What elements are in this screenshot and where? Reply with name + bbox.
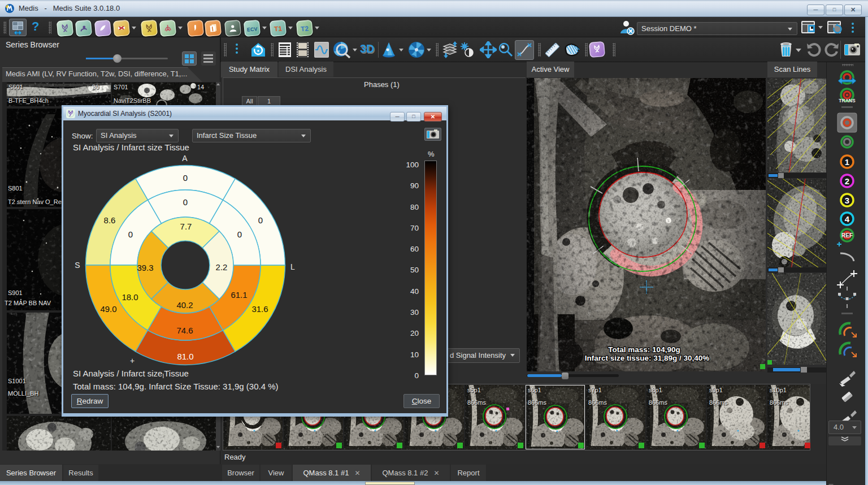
svg-text:0: 0 — [237, 229, 242, 239]
svg-text:TRANS: TRANS — [839, 98, 856, 103]
svg-text:+: + — [130, 356, 134, 365]
svg-text:1: 1 — [845, 157, 849, 167]
svg-text:A: A — [182, 154, 188, 163]
svg-text:0: 0 — [183, 197, 188, 207]
svg-text:31.6: 31.6 — [251, 304, 268, 314]
svg-text:2.2: 2.2 — [216, 262, 228, 272]
svg-text:L: L — [290, 262, 295, 271]
svg-text:7.7: 7.7 — [180, 222, 192, 231]
svg-text:0: 0 — [258, 215, 263, 225]
svg-text:REF: REF — [841, 232, 853, 239]
svg-text:39.3: 39.3 — [137, 263, 153, 272]
svg-text:18.0: 18.0 — [121, 292, 138, 302]
svg-text:S: S — [75, 261, 80, 270]
svg-text:61.1: 61.1 — [231, 290, 247, 300]
svg-text:74.6: 74.6 — [176, 326, 193, 335]
svg-text:40.2: 40.2 — [176, 300, 193, 310]
svg-text:3: 3 — [845, 196, 849, 205]
svg-text:49.0: 49.0 — [100, 304, 116, 314]
svg-text:4: 4 — [845, 214, 850, 224]
svg-text:8.6: 8.6 — [104, 215, 116, 225]
svg-text:Infarct size tissue: 31,89g /: Infarct size tissue: 31,89g / 30,40% — [585, 354, 710, 362]
svg-text:81.0: 81.0 — [177, 352, 193, 361]
svg-text:2: 2 — [845, 176, 849, 186]
svg-text:0: 0 — [128, 229, 133, 239]
svg-text:0: 0 — [183, 173, 188, 183]
svg-text:Total mass: 104,90g: Total mass: 104,90g — [608, 345, 680, 354]
